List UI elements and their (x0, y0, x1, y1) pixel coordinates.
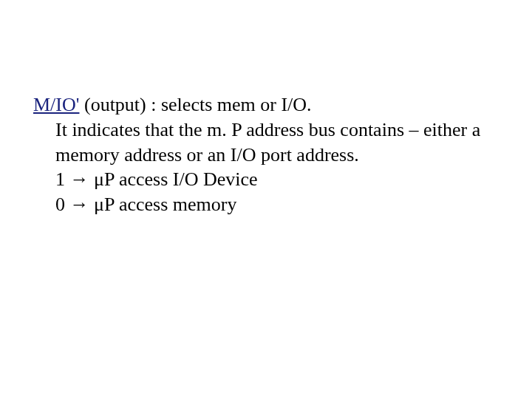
signal-name: M/IO' (33, 94, 79, 115)
signal-heading-line: M/IO' (output) : selects mem or I/O. (33, 92, 499, 117)
slide-body: M/IO' (output) : selects mem or I/O. It … (0, 0, 532, 217)
signal-description: It indicates that the m. P address bus c… (55, 117, 499, 168)
logic-low-line: 0 → μP access memory (55, 192, 499, 217)
signal-desc: (output) : selects mem or I/O. (79, 94, 311, 115)
logic-high-line: 1 → μP access I/O Device (55, 167, 499, 192)
